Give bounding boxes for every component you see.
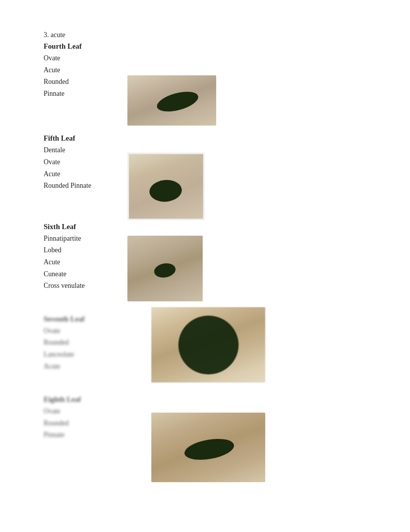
fifth-leaf-dentale: Dentale: [44, 144, 410, 156]
eighth-leaf-rounded: Rounded: [44, 417, 410, 429]
seventh-leaf-section: Seventh Leaf Ovate Rounded Lanceolate Ac…: [44, 315, 410, 372]
seventh-leaf-lanceolate: Lanceolate: [44, 348, 410, 360]
sixth-leaf-cross-venulate: Cross venulate: [44, 280, 410, 292]
fourth-leaf-acute: Acute: [44, 64, 410, 76]
page-content: 3. acute Fourth Leaf Ovate Acute Rounded…: [0, 0, 410, 473]
sixth-leaf-pinnatipartite: Pinnatipartite: [44, 233, 410, 245]
fifth-leaf-acute: Acute: [44, 168, 410, 180]
seventh-leaf-acute: Acute: [44, 360, 410, 372]
seventh-leaf-ovate: Ovate: [44, 325, 410, 337]
sixth-leaf-section: Sixth Leaf Pinnatipartite Lobed Acute Cu…: [44, 223, 410, 292]
fifth-leaf-rounded-pinnate: Rounded Pinnate: [44, 180, 410, 192]
fourth-leaf-ovate: Ovate: [44, 52, 410, 64]
fourth-leaf-rounded: Rounded: [44, 76, 410, 88]
sixth-leaf-cuneate: Cuneate: [44, 268, 410, 280]
fifth-leaf-title: Fifth Leaf: [44, 134, 410, 143]
sixth-leaf-lobed: Lobed: [44, 244, 410, 256]
eighth-leaf-ovate: Ovate: [44, 405, 410, 417]
number-line: 3. acute: [44, 31, 410, 39]
eighth-leaf-pinnate: Pinnate: [44, 429, 410, 441]
fifth-leaf-ovate: Ovate: [44, 156, 410, 168]
sixth-leaf-acute: Acute: [44, 256, 410, 268]
fourth-leaf-title: Fourth Leaf: [44, 42, 410, 51]
seventh-leaf-title: Seventh Leaf: [44, 315, 410, 323]
eighth-leaf-title: Eighth Leaf: [44, 395, 410, 404]
eighth-leaf-section: Eighth Leaf Ovate Rounded Pinnate: [44, 395, 410, 441]
fifth-leaf-section: Fifth Leaf Dentale Ovate Acute Rounded P…: [44, 134, 410, 191]
seventh-leaf-rounded: Rounded: [44, 337, 410, 348]
fourth-leaf-pinnate: Pinnate: [44, 88, 410, 100]
fourth-leaf-section: Fourth Leaf Ovate Acute Rounded Pinnate: [44, 42, 410, 99]
sixth-leaf-title: Sixth Leaf: [44, 223, 410, 231]
